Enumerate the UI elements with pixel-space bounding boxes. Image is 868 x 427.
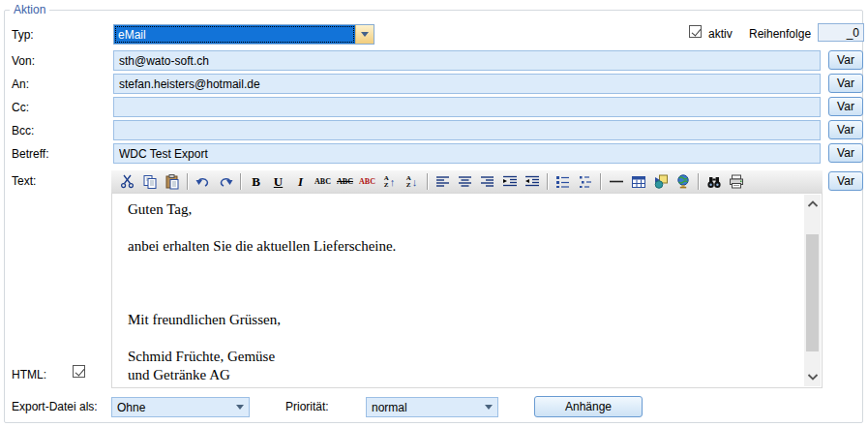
an-input[interactable] bbox=[113, 74, 821, 94]
cc-label: Cc: bbox=[12, 101, 29, 114]
toolbar-separator bbox=[427, 173, 428, 190]
scroll-up-icon[interactable] bbox=[804, 197, 821, 212]
font-color-icon[interactable]: ABC bbox=[357, 172, 377, 192]
body-line bbox=[112, 256, 802, 274]
body-line: und Getränke AG bbox=[112, 366, 802, 384]
betreff-label: Betreff: bbox=[12, 147, 48, 161]
numbered-list-icon[interactable] bbox=[575, 172, 595, 192]
align-left-icon[interactable] bbox=[433, 172, 453, 192]
betreff-input[interactable] bbox=[113, 143, 821, 164]
toolbar-separator bbox=[547, 173, 548, 190]
insert-image-icon[interactable] bbox=[650, 172, 671, 192]
von-input[interactable] bbox=[113, 50, 821, 71]
email-body-editor[interactable]: Guten Tag, anbei erhalten Sie die aktuel… bbox=[111, 193, 823, 388]
paste-icon[interactable] bbox=[162, 172, 182, 192]
bcc-input[interactable] bbox=[113, 120, 821, 140]
cut-icon[interactable] bbox=[117, 172, 137, 192]
bcc-label: Bcc: bbox=[12, 124, 34, 137]
prioritaet-label: Priorität: bbox=[285, 400, 329, 413]
text-label: Text: bbox=[12, 174, 36, 188]
export-datei-dropdown[interactable]: Ohne bbox=[111, 397, 250, 417]
editor-scrollbar[interactable] bbox=[804, 195, 821, 386]
text-var-button[interactable]: Var bbox=[828, 171, 863, 191]
strikethrough-icon[interactable]: ABC bbox=[335, 172, 355, 192]
group-title: Aktion bbox=[10, 3, 49, 16]
body-line bbox=[112, 274, 802, 292]
insert-hyperlink-icon[interactable] bbox=[673, 172, 693, 192]
insert-table-icon[interactable] bbox=[628, 172, 648, 192]
prioritaet-value: normal bbox=[367, 401, 480, 414]
typ-label: Typ: bbox=[12, 28, 34, 42]
aktion-panel: Aktion Typ: eMail aktiv Reihenfolge Von:… bbox=[0, 0, 868, 427]
chevron-down-icon bbox=[231, 405, 249, 410]
smallcaps-icon[interactable]: ABC bbox=[313, 172, 333, 192]
copy-icon[interactable] bbox=[139, 172, 160, 192]
indent-icon[interactable] bbox=[499, 172, 520, 192]
aktiv-checkbox[interactable] bbox=[689, 25, 702, 38]
editor-toolbar: B U I ABC ABC ABC AZ ↑ AZ ↓ bbox=[111, 170, 823, 193]
scrollbar-thumb[interactable] bbox=[806, 234, 819, 351]
body-line: Guten Tag, bbox=[112, 200, 802, 219]
reihenfolge-label: Reihenfolge bbox=[749, 27, 811, 41]
body-line bbox=[112, 219, 802, 237]
undo-icon[interactable] bbox=[193, 172, 213, 192]
email-body-text: Guten Tag, anbei erhalten Sie die aktuel… bbox=[112, 200, 802, 384]
bold-icon[interactable]: B bbox=[246, 172, 266, 192]
body-line bbox=[112, 292, 802, 311]
toolbar-separator bbox=[187, 173, 188, 190]
body-line: Mit freundlichen Grüssen, bbox=[112, 311, 802, 329]
von-var-button[interactable]: Var bbox=[828, 50, 863, 70]
export-datei-label: Export-Datei als: bbox=[12, 400, 98, 413]
print-icon[interactable] bbox=[726, 172, 746, 192]
chevron-down-icon bbox=[361, 32, 369, 37]
outdent-icon[interactable] bbox=[522, 172, 542, 192]
prioritaet-dropdown[interactable]: normal bbox=[366, 397, 498, 417]
body-line: anbei erhalten Sie die aktuellen Liefers… bbox=[112, 237, 802, 256]
scroll-down-icon[interactable] bbox=[804, 369, 821, 384]
anhaenge-button[interactable]: Anhänge bbox=[534, 396, 643, 417]
redo-icon[interactable] bbox=[215, 172, 235, 192]
toolbar-separator bbox=[698, 173, 699, 190]
underline-icon[interactable]: U bbox=[268, 172, 288, 192]
italic-icon[interactable]: I bbox=[290, 172, 311, 192]
html-label: HTML: bbox=[12, 368, 46, 381]
align-center-icon[interactable] bbox=[455, 172, 475, 192]
html-checkbox[interactable] bbox=[73, 365, 85, 378]
bullet-list-icon[interactable] bbox=[553, 172, 573, 192]
an-var-button[interactable]: Var bbox=[828, 74, 863, 93]
von-label: Von: bbox=[12, 54, 35, 68]
sort-descending-icon[interactable]: AZ ↓ bbox=[402, 172, 422, 192]
typ-dropdown[interactable]: eMail bbox=[113, 24, 374, 45]
cc-var-button[interactable]: Var bbox=[828, 97, 863, 116]
align-right-icon[interactable] bbox=[477, 172, 497, 192]
body-line bbox=[112, 329, 802, 348]
bcc-var-button[interactable]: Var bbox=[828, 120, 863, 139]
toolbar-separator bbox=[240, 173, 241, 190]
betreff-var-button[interactable]: Var bbox=[828, 143, 863, 163]
toolbar-separator bbox=[600, 173, 601, 190]
typ-dropdown-button[interactable] bbox=[355, 25, 374, 44]
find-icon[interactable] bbox=[703, 172, 724, 192]
aktiv-label: aktiv bbox=[708, 27, 733, 41]
horizontal-rule-icon[interactable] bbox=[606, 172, 626, 192]
body-line: Schmid Früchte, Gemüse bbox=[112, 348, 802, 366]
an-label: An: bbox=[12, 77, 29, 91]
reihenfolge-input[interactable] bbox=[818, 23, 864, 42]
sort-ascending-icon[interactable]: AZ ↑ bbox=[379, 172, 400, 192]
typ-selected-value: eMail bbox=[114, 25, 355, 44]
export-datei-value: Ohne bbox=[112, 401, 231, 414]
cc-input[interactable] bbox=[113, 97, 821, 117]
chevron-down-icon bbox=[480, 405, 497, 410]
